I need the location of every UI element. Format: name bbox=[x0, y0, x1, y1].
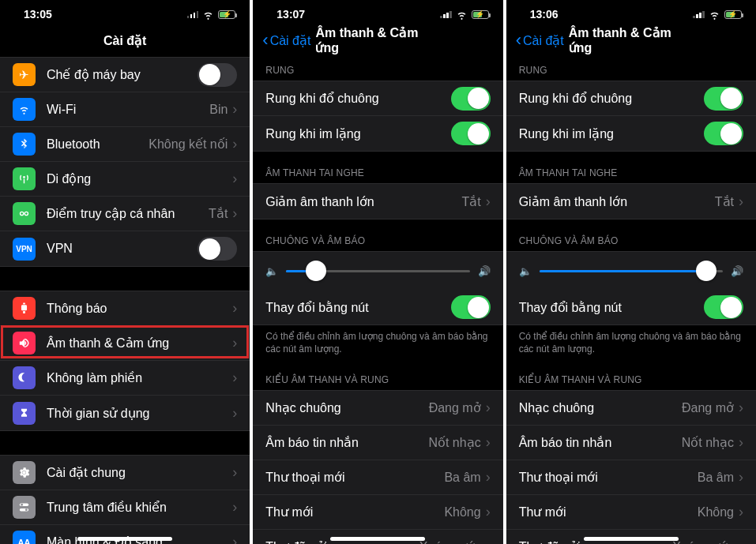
airplane-toggle[interactable] bbox=[197, 63, 237, 87]
switches-icon bbox=[13, 496, 36, 519]
row-bluetooth[interactable]: Bluetooth Không kết nối › bbox=[0, 127, 250, 162]
chevron-right-icon: › bbox=[232, 405, 237, 422]
row-text-tone[interactable]: Âm báo tin nhắn Nốt nhạc › bbox=[506, 426, 756, 460]
row-vibrate-on-ring[interactable]: Rung khi đổ chuông bbox=[506, 81, 756, 116]
status-icons: ⚡ bbox=[693, 8, 742, 21]
volume-slider-row: 🔈 🔊 bbox=[506, 252, 756, 290]
chevron-right-icon: › bbox=[739, 469, 743, 486]
home-indicator[interactable] bbox=[77, 537, 172, 541]
volume-slider[interactable] bbox=[540, 270, 723, 272]
back-button[interactable]: ‹Cài đặt bbox=[262, 30, 310, 51]
section-header-vibrate: RUNG bbox=[253, 57, 502, 81]
speaker-low-icon: 🔈 bbox=[519, 265, 532, 277]
text-size-icon: AA bbox=[13, 531, 36, 544]
row-notifications[interactable]: Thông báo › bbox=[0, 291, 250, 326]
vibrate-ring-toggle[interactable] bbox=[704, 87, 743, 111]
row-new-mail[interactable]: Thư mới Không › bbox=[506, 495, 756, 530]
svg-point-0 bbox=[21, 212, 24, 215]
row-sounds-haptics[interactable]: Âm thanh & Cảm ứng › bbox=[0, 326, 250, 361]
vibrate-silent-toggle[interactable] bbox=[451, 122, 491, 145]
home-indicator[interactable] bbox=[584, 537, 679, 541]
svg-point-8 bbox=[21, 504, 23, 506]
page-title: Cài đặt bbox=[103, 33, 146, 48]
antenna-icon bbox=[13, 167, 36, 190]
notifications-icon bbox=[13, 297, 36, 320]
ringer-footer-note: Có thể điều chỉnh âm lượng chuông và âm … bbox=[506, 325, 756, 358]
battery-icon: ⚡ bbox=[218, 10, 235, 19]
row-general[interactable]: Cài đặt chung › bbox=[0, 456, 250, 490]
row-new-voicemail[interactable]: Thư thoại mới Ba âm › bbox=[506, 460, 756, 495]
chevron-right-icon: › bbox=[232, 101, 237, 118]
row-cellular[interactable]: Di động › bbox=[0, 162, 250, 197]
chevron-right-icon: › bbox=[232, 335, 237, 351]
section-header-vibrate: RUNG bbox=[506, 57, 756, 81]
battery-icon: ⚡ bbox=[724, 10, 742, 19]
back-button[interactable]: ‹Cài đặt bbox=[516, 30, 564, 51]
row-screen-time[interactable]: Thời gian sử dụng › bbox=[0, 396, 250, 430]
page-title: Âm thanh & Cảm ứng bbox=[569, 25, 694, 55]
row-reduce-loud-sounds[interactable]: Giảm âm thanh lớn Tắt › bbox=[506, 184, 756, 219]
chevron-right-icon: › bbox=[232, 499, 237, 516]
chevron-right-icon: › bbox=[232, 171, 237, 187]
section-header-patterns: KIỂU ÂM THANH VÀ RUNG bbox=[506, 358, 756, 390]
change-with-buttons-toggle[interactable] bbox=[704, 295, 743, 319]
status-bar: 13:05 ⚡ bbox=[0, 0, 250, 24]
row-new-mail[interactable]: Thư mới Không › bbox=[253, 495, 502, 530]
row-vibrate-on-ring[interactable]: Rung khi đổ chuông bbox=[253, 81, 502, 116]
row-ringtone[interactable]: Nhạc chuông Đang mở › bbox=[253, 391, 502, 426]
chevron-right-icon: › bbox=[232, 205, 237, 222]
row-hotspot[interactable]: Điểm truy cập cá nhân Tắt › bbox=[0, 197, 250, 231]
row-vibrate-on-silent[interactable]: Rung khi im lặng bbox=[253, 116, 502, 151]
chevron-right-icon: › bbox=[739, 193, 743, 210]
cellular-signal-icon bbox=[440, 10, 452, 18]
status-icons: ⚡ bbox=[440, 8, 489, 21]
row-vibrate-on-silent[interactable]: Rung khi im lặng bbox=[506, 116, 756, 151]
row-change-with-buttons[interactable]: Thay đổi bằng nút bbox=[506, 290, 756, 325]
chevron-right-icon: › bbox=[739, 538, 743, 544]
bluetooth-icon bbox=[13, 133, 36, 156]
cellular-signal-icon bbox=[187, 10, 199, 18]
moon-icon bbox=[13, 366, 36, 389]
sounds-settings-list[interactable]: RUNG Rung khi đổ chuông Rung khi im lặng… bbox=[253, 57, 502, 544]
chevron-right-icon: › bbox=[232, 136, 237, 152]
svg-rect-3 bbox=[23, 302, 25, 304]
cellular-signal-icon bbox=[693, 10, 705, 18]
row-new-voicemail[interactable]: Thư thoại mới Ba âm › bbox=[253, 460, 502, 495]
page-title: Âm thanh & Cảm ứng bbox=[315, 25, 440, 55]
chevron-right-icon: › bbox=[739, 434, 743, 451]
vibrate-silent-toggle[interactable] bbox=[704, 122, 743, 145]
change-with-buttons-toggle[interactable] bbox=[451, 295, 491, 319]
row-text-tone[interactable]: Âm báo tin nhắn Nốt nhạc › bbox=[253, 426, 502, 460]
status-time: 13:07 bbox=[276, 8, 305, 21]
status-time: 13:06 bbox=[530, 8, 559, 21]
home-indicator[interactable] bbox=[330, 537, 425, 541]
sounds-icon bbox=[13, 332, 36, 355]
row-change-with-buttons[interactable]: Thay đổi bằng nút bbox=[253, 290, 502, 325]
wifi-icon bbox=[455, 8, 468, 21]
nav-bar: ‹Cài đặt Âm thanh & Cảm ứng bbox=[506, 24, 756, 57]
row-display-brightness[interactable]: AA Màn hình & Độ sáng › bbox=[0, 525, 250, 544]
chevron-right-icon: › bbox=[232, 534, 237, 544]
row-wifi[interactable]: Wi-Fi Bin › bbox=[0, 92, 250, 127]
hotspot-icon bbox=[13, 202, 36, 225]
wifi-icon bbox=[201, 8, 215, 21]
row-vpn[interactable]: VPN VPN bbox=[0, 231, 250, 266]
row-ringtone[interactable]: Nhạc chuông Đang mở › bbox=[506, 391, 756, 426]
vpn-toggle[interactable] bbox=[197, 237, 237, 261]
speaker-high-icon: 🔊 bbox=[478, 265, 491, 277]
chevron-right-icon: › bbox=[232, 370, 237, 386]
vibrate-ring-toggle[interactable] bbox=[451, 87, 491, 111]
section-header-ringer: CHUÔNG VÀ ÂM BÁO bbox=[506, 219, 756, 251]
status-time: 13:05 bbox=[24, 8, 52, 21]
battery-icon: ⚡ bbox=[472, 10, 489, 19]
status-bar: 13:06 ⚡ bbox=[506, 0, 756, 24]
chevron-right-icon: › bbox=[486, 400, 491, 416]
row-do-not-disturb[interactable]: Không làm phiền › bbox=[0, 361, 250, 396]
volume-slider[interactable] bbox=[286, 270, 469, 272]
row-control-center[interactable]: Trung tâm điều khiển › bbox=[0, 490, 250, 525]
row-airplane-mode[interactable]: ✈︎ Chế độ máy bay bbox=[0, 58, 250, 92]
settings-list[interactable]: ✈︎ Chế độ máy bay Wi-Fi Bin › Bluetooth … bbox=[0, 57, 250, 544]
row-reduce-loud-sounds[interactable]: Giảm âm thanh lớn Tắt › bbox=[253, 184, 502, 219]
phone-sounds-high-volume: 13:06 ⚡ ‹Cài đặt Âm thanh & Cảm ứng RUNG… bbox=[506, 0, 756, 544]
sounds-settings-list[interactable]: RUNG Rung khi đổ chuông Rung khi im lặng… bbox=[506, 57, 756, 544]
